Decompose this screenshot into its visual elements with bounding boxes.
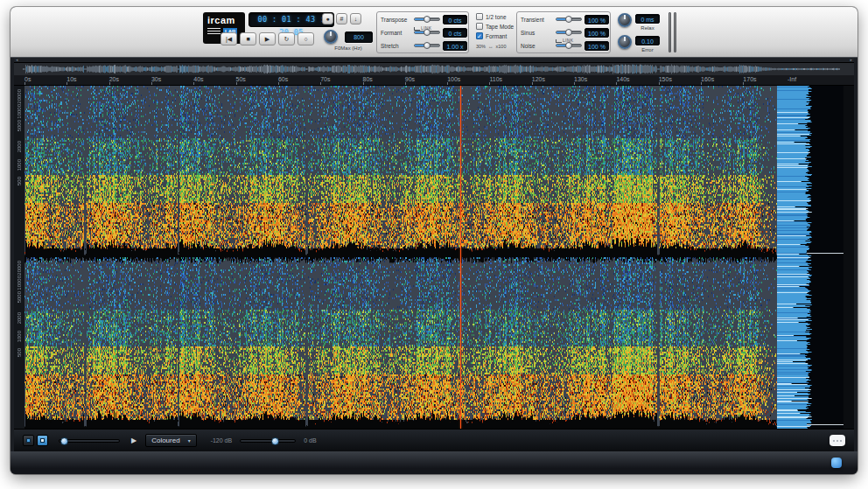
zoom-out-icon [26, 438, 31, 443]
spectrogram-area: 2000010000500020001000500200001000050002… [14, 86, 854, 429]
half-tone-checkbox[interactable]: 1/2 tone [476, 13, 507, 20]
ruler-tick: 80s [363, 76, 373, 82]
formant-checkbox[interactable]: ✓ Formant [476, 32, 507, 39]
zoom-slider[interactable] [59, 439, 120, 443]
arrow-down-button[interactable]: ↓ [350, 13, 361, 24]
freq-label: 10000 [15, 104, 24, 119]
toolbar-grip [674, 12, 676, 52]
toolbar-grip [668, 12, 671, 52]
half-tone-box[interactable] [476, 13, 483, 20]
formant-label: Formant [381, 30, 402, 36]
formant-mode-label: Formant [486, 33, 507, 39]
tape-mode-label: Tape Mode [486, 24, 514, 30]
transpose-slider[interactable] [414, 17, 440, 21]
mix-panel: Transient 100 % Sinus 100 % LINK Noise 1… [516, 11, 611, 53]
formant-box[interactable]: ✓ [476, 32, 483, 39]
stretch-label: Stretch [381, 43, 399, 49]
freq-label: 5000 [15, 120, 24, 131]
scroll-left-icon[interactable]: ◂ [16, 58, 18, 62]
sinus-slider[interactable] [556, 31, 582, 34]
spectrogram-canvas[interactable] [14, 86, 844, 429]
transient-value: 100 % [584, 15, 609, 24]
workspace: ◂ ▸ 0s10s20s30s40s50s60s70s80s90s100s110… [14, 58, 854, 451]
half-tone-label: 1/2 tone [486, 14, 507, 20]
ruler-tick: 90s [405, 76, 415, 82]
chat-badge-icon[interactable] [831, 458, 842, 468]
error-label: Error [635, 47, 660, 52]
transpose-value: 0 cts [443, 15, 467, 24]
play-button[interactable]: ▶ [259, 32, 276, 45]
freq-label: 10000 [15, 276, 24, 290]
ruler-tick: 100s [447, 76, 460, 82]
ruler-tick: 120s [532, 76, 545, 82]
relax-label: Relax [635, 25, 660, 31]
time-ruler[interactable]: 0s10s20s30s40s50s60s70s80s90s100s110s120… [14, 75, 854, 86]
ruler-tick: 70s [320, 76, 330, 82]
freq-label: 500 [15, 177, 24, 185]
app-window: ircam LAB 00 : 01 : 43 : 20.05 |◀ ■ ▶ ↻ … [10, 7, 858, 474]
sinus-value: 100 % [584, 28, 609, 38]
freq-label: 1000 [15, 159, 24, 171]
db-min-label: -120 dB [211, 437, 233, 444]
sinus-label: Sinus [521, 30, 535, 36]
ruler-tick: 40s [193, 76, 203, 82]
db-range-slider[interactable] [240, 439, 296, 443]
stretch-slider[interactable] [414, 44, 440, 47]
range-min-label: 30% [476, 44, 486, 49]
dot-button[interactable]: ● [322, 13, 333, 24]
window-frame-bottom [10, 451, 858, 474]
stretch-range: 30% ↔ x100 [476, 44, 506, 49]
ruler-tick: 110s [489, 76, 502, 82]
error-knob[interactable] [618, 35, 632, 49]
logo-bars-icon [207, 28, 220, 35]
freq-label: 20000 [15, 89, 24, 104]
transient-slider[interactable] [556, 17, 582, 21]
go-start-button[interactable]: |◀ [220, 32, 237, 45]
chat-bubble-icon[interactable] [830, 435, 845, 446]
ruler-tick: 50s [236, 76, 246, 82]
formant-slider[interactable] [414, 31, 440, 34]
ruler-tick: 130s [574, 76, 587, 82]
stop-button[interactable]: ■ [240, 32, 256, 45]
freq-label: 1000 [15, 331, 24, 342]
transient-label: Transient [521, 17, 544, 23]
transpose-label: Transpose [381, 17, 407, 23]
ruler-tick: 170s [743, 76, 756, 82]
zoom-out-button[interactable] [23, 435, 34, 446]
error-value: 0.10 [635, 36, 660, 45]
zoom-in-icon [40, 438, 45, 443]
logo-text: ircam [207, 16, 241, 25]
ruler-tick: 10s [66, 76, 76, 82]
scroll-right-icon[interactable]: ▸ [850, 58, 852, 62]
loop-button[interactable]: ↻ [278, 32, 295, 45]
tape-mode-checkbox[interactable]: Tape Mode [476, 23, 514, 30]
pitch-panel: Transpose 0 cts LINK Formant 0 cts Stret… [376, 11, 469, 53]
tape-mode-box[interactable] [476, 23, 483, 30]
ruler-tick: 30s [151, 76, 161, 82]
noise-slider[interactable] [556, 44, 582, 47]
overview-waveform[interactable] [14, 63, 854, 75]
record-button[interactable]: ○ [298, 32, 314, 45]
range-max-label: x100 [496, 44, 507, 49]
freq-label: 2000 [15, 141, 24, 152]
bottom-toolbar: ▶ Coloured ▾ -120 dB 0 dB [14, 429, 854, 451]
f0max-knob[interactable] [324, 30, 338, 44]
freq-label: 20000 [15, 261, 24, 276]
f0max-value: 800 [345, 31, 373, 43]
noise-value: 100 % [584, 41, 609, 51]
zoom-in-button[interactable] [37, 435, 48, 446]
expand-arrow-icon[interactable]: ▶ [131, 437, 136, 444]
playhead[interactable] [460, 86, 461, 429]
page-background: ircam LAB 00 : 01 : 43 : 20.05 |◀ ■ ▶ ↻ … [0, 0, 868, 489]
relax-value: 0 ms [635, 14, 660, 24]
arrows-h-icon: ↔ [488, 44, 494, 49]
hash-button[interactable]: # [336, 13, 347, 24]
color-mode-value: Coloured [151, 437, 179, 444]
relax-knob[interactable] [618, 13, 632, 27]
ruler-tick: 20s [109, 76, 119, 82]
caret-down-icon: ▾ [188, 437, 191, 444]
formant-value: 0 cts [443, 28, 467, 38]
freq-label: 500 [15, 348, 24, 357]
freq-label: 2000 [15, 312, 24, 324]
color-mode-select[interactable]: Coloured ▾ [145, 434, 196, 447]
